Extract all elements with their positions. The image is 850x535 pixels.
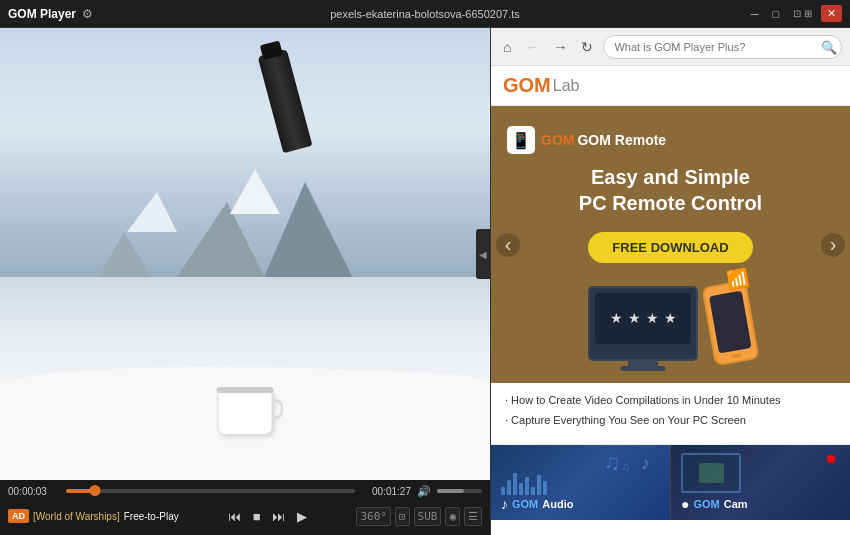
mountain-snow-1 <box>127 192 177 232</box>
gom-remote-header: 📱 GOM GOM Remote <box>507 126 834 154</box>
app-card-gom-audio[interactable]: ♫ ♪ ♫ <box>491 445 670 520</box>
sub-btn[interactable]: SUB <box>414 507 442 526</box>
gom-cam-icon: ● <box>681 496 689 512</box>
browser-home-btn[interactable]: ⌂ <box>499 37 515 57</box>
gom-audio-label: ♪ GOM Audio <box>501 496 573 512</box>
mug-rim <box>217 387 274 393</box>
time-current: 00:00:03 <box>8 486 60 497</box>
app-logo: GOM Player <box>8 7 76 21</box>
gom-remote-icon: 📱 <box>507 126 535 154</box>
close-btn[interactable]: ✕ <box>821 5 842 22</box>
phone-home-btn <box>731 353 742 359</box>
filename-label: pexels-ekaterina-bolotsova-6650207.ts <box>330 8 520 20</box>
progress-thumb[interactable] <box>89 485 100 496</box>
gom-cam-gom: GOM <box>693 498 719 510</box>
article-text-2: · Capture Everything You See on Your PC … <box>505 413 746 428</box>
title-bar: GOM Player ⚙ pexels-ekaterina-bolotsova-… <box>0 0 850 28</box>
gom-audio-icon: ♪ <box>501 496 508 512</box>
gomlab-logo: GOM Lab <box>503 74 579 97</box>
minimize-btn[interactable]: ─ <box>746 6 764 22</box>
tagline-line2: PC Remote Control <box>507 190 834 216</box>
ad-badge: AD <box>8 509 29 523</box>
record-dot <box>827 455 835 463</box>
banner-illustration: ★ ★ ★ ★ 📶 <box>507 283 834 363</box>
progress-row: 00:00:03 00:01:27 🔊 <box>8 480 482 502</box>
gom-logo-lab: Lab <box>553 77 580 95</box>
gom-remote-banner: ‹ › 📱 GOM GOM Remote Easy and Simple <box>491 106 850 383</box>
ad-cta: Free-to-Play <box>124 511 179 522</box>
article-item-1[interactable]: · How to Create Video Compilations in Un… <box>505 393 836 408</box>
search-go-btn[interactable]: 🔍 <box>821 39 837 54</box>
article-item-2[interactable]: · Capture Everything You See on Your PC … <box>505 413 836 428</box>
gom-logo-gom: GOM <box>503 74 551 97</box>
gom-remote-label: GOM Remote <box>577 132 666 148</box>
monitor-screen: ★ ★ ★ ★ <box>595 293 691 344</box>
progress-track[interactable] <box>66 489 355 493</box>
collapse-icon: ◀ <box>479 249 487 260</box>
browser-nav: ⌂ ← → ↻ 🔍 <box>491 28 850 66</box>
banner-tagline: Easy and Simple PC Remote Control <box>507 164 834 216</box>
articles-section: · How to Create Video Compilations in Un… <box>491 383 850 445</box>
gom-remote-title-group: GOM GOM Remote <box>541 132 666 148</box>
banner-next-btn[interactable]: › <box>821 233 845 257</box>
article-text-1: · How to Create Video Compilations in Un… <box>505 393 781 408</box>
controls-bar: 00:00:03 00:01:27 🔊 AD [World of Warship… <box>0 480 490 535</box>
free-download-btn[interactable]: FREE DOWNLOAD <box>588 232 752 263</box>
title-bar-left: GOM Player ⚙ <box>8 7 93 21</box>
wifi-icon: 📶 <box>725 266 750 291</box>
browser-refresh-btn[interactable]: ↻ <box>577 37 597 57</box>
ad-game-label: [World of Warships] <box>33 511 120 522</box>
banner-prev-btn[interactable]: ‹ <box>496 233 520 257</box>
search-wrapper: 🔍 <box>603 35 842 59</box>
settings-icon[interactable]: ⚙ <box>82 7 93 21</box>
buttons-row: AD [World of Warships] Free-to-Play ⏮ ■ … <box>8 502 482 530</box>
mountain-snow-2 <box>230 169 280 214</box>
remote-icon-symbol: 📱 <box>511 131 531 150</box>
volume-fill <box>437 489 464 493</box>
video-panel: ◀ 00:00:03 00:01:27 🔊 AD <box>0 28 490 535</box>
tagline-line1: Easy and Simple <box>507 164 834 190</box>
collapse-btn[interactable]: ◀ <box>476 229 490 279</box>
next-btn[interactable]: ▶ <box>293 507 311 526</box>
browser-content[interactable]: GOM Lab ‹ › 📱 GOM GOM Remote <box>491 66 850 535</box>
prev-btn[interactable]: ⏭ <box>268 507 289 526</box>
monitor-illus: ★ ★ ★ ★ <box>588 286 698 361</box>
monitor-base <box>621 366 666 371</box>
mug-handle <box>272 399 284 419</box>
gom-cam-name: Cam <box>724 498 748 510</box>
gomlab-header: GOM Lab <box>491 66 850 106</box>
star-4: ★ <box>664 310 677 326</box>
gom-audio-name: Audio <box>542 498 573 510</box>
video-scene <box>0 28 490 480</box>
stop-btn[interactable]: ■ <box>249 507 265 526</box>
gom-cam-label: ● GOM Cam <box>681 496 748 512</box>
phone-screen <box>709 291 752 354</box>
browser-panel: ⌂ ← → ↻ 🔍 GOM Lab ‹ › <box>490 28 850 535</box>
maximize-btn[interactable]: □ <box>768 6 785 22</box>
gom-audio-gom: GOM <box>512 498 538 510</box>
time-total: 00:01:27 <box>361 486 411 497</box>
search-input[interactable] <box>603 35 842 59</box>
browser-forward-btn[interactable]: → <box>549 37 571 57</box>
star-2: ★ <box>628 310 641 326</box>
volume-track[interactable] <box>437 489 482 493</box>
star-1: ★ <box>610 310 623 326</box>
window-controls-extra: ⊡ ⊞ <box>788 6 817 21</box>
play-btn[interactable]: ⏮ <box>224 507 245 526</box>
phone-illus: 📶 <box>701 280 759 367</box>
ad-game: World of Warships <box>36 511 117 522</box>
browser-back-btn[interactable]: ← <box>521 37 543 57</box>
main-layout: ◀ 00:00:03 00:01:27 🔊 AD <box>0 28 850 535</box>
capture-btn[interactable]: ◉ <box>445 507 460 526</box>
volume-icon[interactable]: 🔊 <box>417 485 431 498</box>
star-3: ★ <box>646 310 659 326</box>
video-area[interactable]: ◀ <box>0 28 490 480</box>
app-cards: ♫ ♪ ♫ <box>491 445 850 520</box>
aspect-btn[interactable]: ⊡ <box>395 507 410 526</box>
app-card-gom-cam[interactable]: ● GOM Cam <box>670 445 850 520</box>
360-btn[interactable]: 360° <box>356 507 391 526</box>
gom-remote-gom: GOM <box>541 132 574 148</box>
window-controls: ─ □ ⊡ ⊞ ✕ <box>746 5 842 22</box>
mug <box>218 390 273 435</box>
playlist-btn[interactable]: ☰ <box>464 507 482 526</box>
